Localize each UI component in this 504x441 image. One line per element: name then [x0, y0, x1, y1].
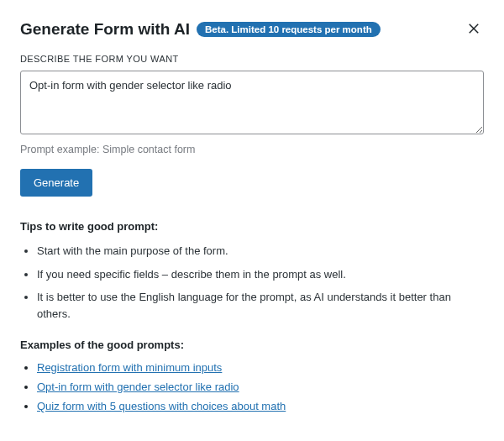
beta-badge: Beta. Limited 10 requests per month — [197, 22, 381, 37]
tips-list: Start with the main purpose of the form.… — [20, 243, 484, 322]
example-link[interactable]: Opt-in form with gender selector like ra… — [37, 381, 239, 393]
generate-button[interactable]: Generate — [20, 169, 92, 197]
modal-title: Generate Form with AI — [20, 20, 190, 39]
close-icon — [466, 21, 481, 36]
example-item: Quiz form with 5 questions with choices … — [37, 400, 484, 412]
tips-title: Tips to write good prompt: — [20, 220, 484, 233]
tips-item: If you need specific fields – describe t… — [37, 266, 484, 283]
close-button[interactable] — [464, 18, 484, 39]
prompt-textarea[interactable] — [20, 71, 484, 134]
example-link[interactable]: Quiz form with 5 questions with choices … — [37, 400, 286, 412]
examples-list: Registration form with minimum inputs Op… — [20, 361, 484, 412]
tips-item: Start with the main purpose of the form. — [37, 243, 484, 260]
example-item: Registration form with minimum inputs — [37, 361, 484, 374]
tips-section: Tips to write good prompt: Start with th… — [20, 220, 484, 412]
tips-item: It is better to use the English language… — [37, 289, 484, 322]
modal-container: Generate Form with AI Beta. Limited 10 r… — [0, 0, 504, 433]
form-section: DESCRIBE THE FORM YOU WANT Prompt exampl… — [20, 54, 484, 197]
textarea-label: DESCRIBE THE FORM YOU WANT — [20, 54, 484, 64]
examples-title: Examples of the good prompts: — [20, 339, 484, 351]
example-item: Opt-in form with gender selector like ra… — [37, 381, 484, 393]
title-wrap: Generate Form with AI Beta. Limited 10 r… — [20, 20, 381, 39]
modal-header: Generate Form with AI Beta. Limited 10 r… — [20, 20, 484, 39]
prompt-hint: Prompt example: Simple contact form — [20, 144, 484, 155]
example-link[interactable]: Registration form with minimum inputs — [37, 361, 222, 374]
